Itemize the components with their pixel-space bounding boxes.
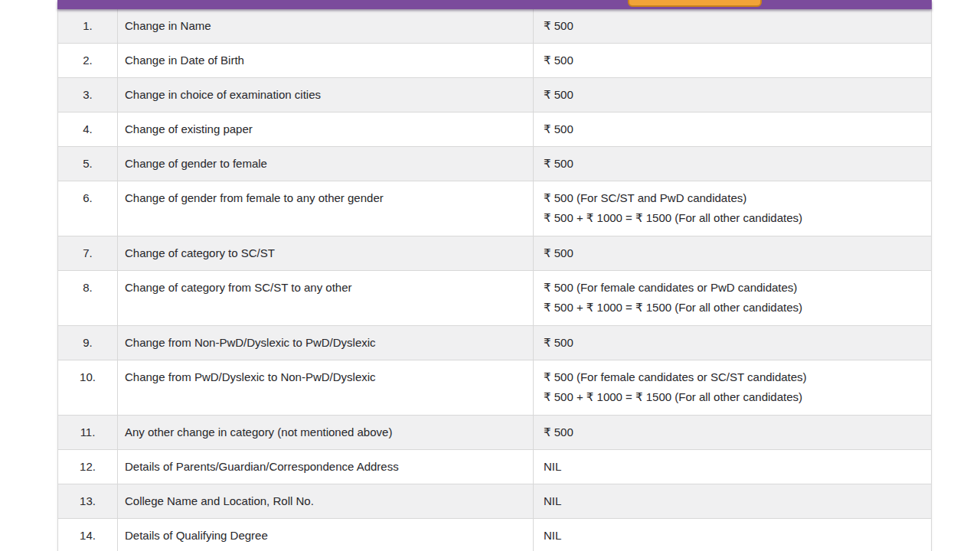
serial-cell: 14. bbox=[58, 519, 118, 551]
fee-line: ₹ 500 bbox=[544, 51, 923, 70]
table-row: 5.Change of gender to female₹ 500 bbox=[58, 147, 931, 181]
table-row: 6.Change of gender from female to any ot… bbox=[58, 181, 931, 236]
fee-cell: ₹ 500 bbox=[534, 78, 931, 112]
fee-cell: ₹ 500 (For female candidates or SC/ST ca… bbox=[534, 360, 931, 415]
table-row: 7.Change of category to SC/ST₹ 500 bbox=[58, 236, 931, 271]
description-cell: Details of Parents/Guardian/Corresponden… bbox=[118, 450, 534, 484]
fee-line: ₹ 500 + ₹ 1000 = ₹ 1500 (For all other c… bbox=[544, 208, 923, 228]
description-cell: Change from PwD/Dyslexic to Non-PwD/Dysl… bbox=[118, 360, 534, 415]
fee-cell: NIL bbox=[534, 484, 931, 518]
fee-cell: ₹ 500 (For SC/ST and PwD candidates)₹ 50… bbox=[534, 181, 931, 236]
fee-line: ₹ 500 + ₹ 1000 = ₹ 1500 (For all other c… bbox=[544, 298, 923, 318]
site-header-bar bbox=[57, 0, 932, 9]
table-row: 14.Details of Qualifying DegreeNIL bbox=[58, 519, 931, 551]
page: 1.Change in Name₹ 5002.Change in Date of… bbox=[0, 0, 980, 551]
serial-cell: 5. bbox=[58, 147, 118, 181]
description-cell: Change of category from SC/ST to any oth… bbox=[118, 271, 534, 325]
serial-cell: 8. bbox=[58, 271, 118, 325]
table-row: 9.Change from Non-PwD/Dyslexic to PwD/Dy… bbox=[58, 326, 931, 360]
fee-cell: ₹ 500 bbox=[534, 236, 931, 270]
description-cell: Change in choice of examination cities bbox=[118, 78, 534, 112]
description-cell: Change in Date of Birth bbox=[118, 44, 534, 77]
description-cell: Change of gender to female bbox=[118, 147, 534, 181]
description-cell: Details of Qualifying Degree bbox=[118, 519, 534, 551]
description-cell: Change of gender from female to any othe… bbox=[118, 181, 534, 236]
fee-cell: ₹ 500 bbox=[534, 9, 931, 43]
fee-line: ₹ 500 bbox=[544, 243, 923, 263]
fee-cell: ₹ 500 (For female candidates or PwD cand… bbox=[534, 271, 931, 325]
fee-line: ₹ 500 bbox=[544, 16, 923, 36]
correction-fee-table: 1.Change in Name₹ 5002.Change in Date of… bbox=[57, 9, 932, 551]
fee-line: ₹ 500 (For female candidates or PwD cand… bbox=[544, 278, 923, 298]
fee-line: NIL bbox=[544, 491, 923, 511]
serial-cell: 11. bbox=[58, 416, 118, 449]
fee-cell: ₹ 500 bbox=[534, 147, 931, 181]
serial-cell: 3. bbox=[58, 78, 118, 112]
table-row: 1.Change in Name₹ 500 bbox=[58, 9, 931, 44]
fee-table-section: 1.Change in Name₹ 5002.Change in Date of… bbox=[57, 0, 932, 551]
table-row: 2.Change in Date of Birth₹ 500 bbox=[58, 44, 931, 78]
table-row: 8.Change of category from SC/ST to any o… bbox=[58, 271, 931, 326]
fee-line: ₹ 500 bbox=[544, 154, 923, 174]
serial-cell: 9. bbox=[58, 326, 118, 360]
table-row: 4.Change of existing paper₹ 500 bbox=[58, 112, 931, 147]
description-cell: Change in Name bbox=[118, 9, 534, 43]
header-cta-button[interactable] bbox=[628, 0, 762, 7]
fee-line: ₹ 500 bbox=[544, 119, 923, 139]
fee-cell: NIL bbox=[534, 519, 931, 551]
fee-line: ₹ 500 (For SC/ST and PwD candidates) bbox=[544, 188, 923, 208]
serial-cell: 13. bbox=[58, 484, 118, 518]
serial-cell: 4. bbox=[58, 112, 118, 146]
serial-cell: 7. bbox=[58, 236, 118, 270]
fee-line: ₹ 500 bbox=[544, 85, 923, 105]
description-cell: Change of category to SC/ST bbox=[118, 236, 534, 270]
description-cell: College Name and Location, Roll No. bbox=[118, 484, 534, 518]
table-row: 3.Change in choice of examination cities… bbox=[58, 78, 931, 112]
fee-line: ₹ 500 bbox=[544, 333, 923, 353]
fee-line: ₹ 500 bbox=[544, 422, 923, 442]
serial-cell: 12. bbox=[58, 450, 118, 484]
fee-line: ₹ 500 (For female candidates or SC/ST ca… bbox=[544, 367, 923, 387]
table-row: 10.Change from PwD/Dyslexic to Non-PwD/D… bbox=[58, 360, 931, 416]
fee-line: NIL bbox=[544, 457, 923, 477]
fee-line: ₹ 500 + ₹ 1000 = ₹ 1500 (For all other c… bbox=[544, 387, 923, 407]
serial-cell: 2. bbox=[58, 44, 118, 77]
fee-cell: ₹ 500 bbox=[534, 44, 931, 77]
description-cell: Change from Non-PwD/Dyslexic to PwD/Dysl… bbox=[118, 326, 534, 360]
fee-cell: ₹ 500 bbox=[534, 326, 931, 360]
serial-cell: 6. bbox=[58, 181, 118, 236]
table-row: 11.Any other change in category (not men… bbox=[58, 416, 931, 450]
fee-cell: ₹ 500 bbox=[534, 112, 931, 146]
fee-cell: NIL bbox=[534, 450, 931, 484]
table-row: 12.Details of Parents/Guardian/Correspon… bbox=[58, 450, 931, 484]
table-row: 13.College Name and Location, Roll No.NI… bbox=[58, 484, 931, 519]
description-cell: Change of existing paper bbox=[118, 112, 534, 146]
fee-cell: ₹ 500 bbox=[534, 416, 931, 449]
fee-line: NIL bbox=[544, 526, 923, 546]
serial-cell: 10. bbox=[58, 360, 118, 415]
serial-cell: 1. bbox=[58, 9, 118, 43]
description-cell: Any other change in category (not mentio… bbox=[118, 416, 534, 449]
